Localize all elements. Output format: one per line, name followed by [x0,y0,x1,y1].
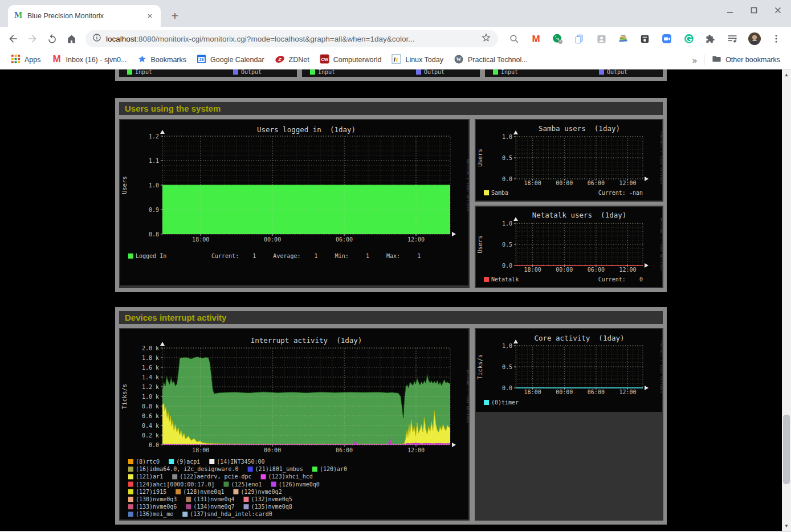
reader-extension-icon[interactable] [636,30,654,48]
svg-text:00:00: 00:00 [264,236,281,243]
cw-icon: CW [320,54,329,66]
bookmark-star-icon[interactable] [481,32,491,45]
svg-text:Samba: Samba [491,190,508,196]
chart-netatalk-users[interactable]: 0.00.51.018:0000:0006:0012:00Netatalk us… [476,207,662,287]
svg-text:(9)acpi: (9)acpi [176,459,200,465]
svg-text:Current: -nan: Current: -nan [598,190,643,196]
svg-text:18:00: 18:00 [192,236,209,243]
svg-text:0.5: 0.5 [502,242,512,248]
bookmarks-overflow-button[interactable]: » [688,55,702,65]
svg-text:(133)nvme0q6: (133)nvme0q6 [136,504,177,510]
tab-close-icon[interactable]: × [145,11,155,21]
chart-interrupt-activity[interactable]: 0.00.2 k0.4 k0.6 k0.8 k1.0 k1.2 k1.4 k1.… [120,329,468,519]
svg-text:(134)nvme0q7: (134)nvme0q7 [193,504,234,510]
network-graph-partial[interactable]: Input Output [119,69,297,77]
lt-icon: lt [392,54,401,66]
home-button[interactable] [62,29,81,48]
zoom-extension-icon[interactable] [658,30,676,48]
chart-users-logged-in[interactable]: 0.80.91.01.11.218:0000:0006:0012:00Users… [120,120,468,285]
graph-cell: 0.80.91.01.11.218:0000:0006:0012:00Users… [119,119,470,288]
bookmark-bookmarks[interactable]: Bookmarks [132,52,192,67]
window-close-button[interactable] [774,6,782,14]
network-graph-partial[interactable]: Input Output [302,69,480,77]
svg-text:?: ? [560,40,561,43]
bookmark-inbox-16-sjvn0[interactable]: MInbox (16) - sjvn0... [46,52,132,68]
svg-text:(128)nvme0q1: (128)nvme0q1 [183,489,224,495]
svg-text:1.8 k: 1.8 k [142,355,159,361]
svg-text:12:00: 12:00 [407,236,425,243]
svg-text:12:00: 12:00 [619,180,636,186]
svg-text:(132)nvme0q5: (132)nvme0q5 [251,496,292,502]
bookmark-zdnet[interactable]: ZZDNet [270,52,315,68]
media-queue-icon[interactable] [723,30,741,48]
bookmark-computerworld[interactable]: CWComputerworld [315,52,387,67]
tab-title: Blue Precision Monitorix [27,12,140,20]
svg-text:M: M [532,34,540,44]
chart-samba-users[interactable]: 0.00.51.018:0000:0006:0012:00Samba users… [476,120,662,200]
window-minimize-button[interactable] [726,6,734,14]
svg-text:(8)rtc0: (8)rtc0 [136,459,160,465]
svg-text:Netatalk users (1day): Netatalk users (1day) [532,211,627,219]
rrd-graph-svg: 0.80.91.01.11.218:0000:0006:0012:00Users… [120,120,468,285]
svg-text:RRDTOOL / TOBI OETIKER: RRDTOOL / TOBI OETIKER [660,132,662,185]
svg-text:(137)snd_hda_intel:card0: (137)snd_hda_intel:card0 [190,511,272,518]
gmail-extension-icon[interactable]: M [527,30,545,48]
svg-text:18:00: 18:00 [192,447,209,453]
svg-text:18:00: 18:00 [524,267,541,273]
svg-text:M: M [52,54,60,64]
privacy-extension-icon[interactable] [592,30,610,48]
url-text[interactable]: localhost:8080/monitorix-cgi/monitorix.c… [106,35,476,43]
back-button[interactable] [3,29,23,48]
svg-text:(14)INT3450:00: (14)INT3450:00 [217,459,264,465]
svg-text:W: W [456,56,461,62]
monitorix-favicon-icon: M [14,10,23,22]
bookmark-linux-today[interactable]: ltLinux Today [386,52,448,67]
scrollbar-thumb[interactable] [783,415,790,484]
page-info-icon[interactable] [92,33,101,44]
svg-text:(136)mei_me: (136)mei_me [136,511,173,518]
input-legend-label: Input [135,69,152,75]
svg-text:0.0: 0.0 [502,263,512,269]
reload-button[interactable] [42,29,62,48]
svg-text:1.1: 1.1 [149,158,159,164]
svg-text:12:00: 12:00 [407,447,425,453]
other-bookmarks-button[interactable]: Other bookmarks [707,52,785,67]
bookmark-practical-technol[interactable]: WPractical Technol... [448,52,533,68]
svg-text:0.5: 0.5 [502,155,512,161]
url-bar[interactable]: localhost:8080/monitorix-cgi/monitorix.c… [85,30,498,47]
extensions-puzzle-icon[interactable] [702,30,720,48]
network-graph-partial[interactable]: Input Output [485,69,663,77]
url-path: :8080/monitorix-cgi/monitorix.cgi?mode=l… [136,35,414,43]
bookmark-google-calendar[interactable]: 28Google Calendar [191,52,270,67]
bookmarks-divider [704,55,704,65]
section-users: Users using the system 0.80.91.01.11.218… [115,98,667,292]
clipboard-extension-icon[interactable] [570,30,589,48]
profile-avatar-icon[interactable] [745,30,764,48]
library-extension-icon[interactable] [614,30,633,48]
svg-text:Users logged in (1day): Users logged in (1day) [257,125,356,134]
grammarly-extension-icon[interactable] [680,30,698,48]
output-legend-swatch [416,69,421,75]
chart-core-activity[interactable]: 0.00.51.018:0000:0006:0012:00Core activi… [476,329,662,412]
svg-text:Users: Users [121,176,128,194]
browser-tab[interactable]: M Blue Precision Monitorix × [8,5,161,27]
svg-text:06:00: 06:00 [588,389,605,395]
bookmark-apps[interactable]: Apps [6,52,46,67]
svg-text:Core activity (1day): Core activity (1day) [534,334,624,342]
new-tab-button[interactable]: + [166,7,184,24]
google-voice-extension-icon[interactable]: ? [549,30,567,48]
tab-strip: M Blue Precision Monitorix × + [0,0,791,27]
svg-text:1.0 k: 1.0 k [142,394,159,400]
scroll-up-arrow[interactable]: ▲ [782,71,791,79]
chrome-menu-icon[interactable] [767,30,785,48]
svg-text:Current: 0: Current: 0 [598,276,643,283]
search-extension-icon[interactable] [505,30,523,48]
output-legend-label: Output [424,69,445,75]
vertical-scrollbar[interactable]: ▲ ▼ [782,69,791,531]
window-maximize-button[interactable] [750,6,758,14]
svg-text:CW: CW [321,57,328,62]
svg-text:00:00: 00:00 [264,447,281,453]
wp-icon: W [454,54,464,66]
svg-text:(126)nvme0q0: (126)nvme0q0 [279,481,320,488]
scroll-down-arrow[interactable]: ▼ [782,522,791,530]
